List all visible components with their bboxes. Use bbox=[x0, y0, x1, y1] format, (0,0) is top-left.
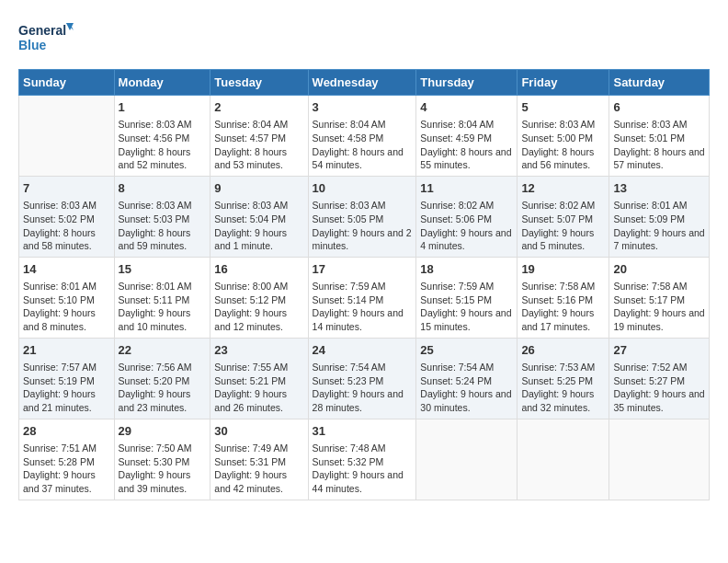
calendar-cell: 24Sunrise: 7:54 AMSunset: 5:23 PMDayligh… bbox=[308, 338, 416, 419]
daylight: Daylight: 9 hours and 26 minutes. bbox=[214, 388, 287, 413]
calendar-cell: 13Sunrise: 8:01 AMSunset: 5:09 PMDayligh… bbox=[609, 176, 710, 257]
sunrise: Sunrise: 7:59 AM bbox=[420, 281, 494, 292]
calendar-cell: 12Sunrise: 8:02 AMSunset: 5:07 PMDayligh… bbox=[518, 176, 609, 257]
daylight: Daylight: 9 hours and 37 minutes. bbox=[23, 469, 96, 494]
sunrise: Sunrise: 8:03 AM bbox=[119, 200, 192, 211]
calendar-cell bbox=[518, 419, 609, 500]
sunset: Sunset: 5:00 PM bbox=[521, 132, 593, 144]
sunset: Sunset: 5:23 PM bbox=[313, 375, 384, 386]
page-header: General Blue bbox=[18, 18, 710, 60]
sunset: Sunset: 5:16 PM bbox=[521, 294, 593, 305]
calendar-header: SundayMondayTuesdayWednesdayThursdayFrid… bbox=[19, 70, 710, 96]
daylight: Daylight: 9 hours and 17 minutes. bbox=[521, 307, 594, 332]
day-number: 31 bbox=[313, 423, 413, 440]
calendar-cell: 17Sunrise: 7:59 AMSunset: 5:14 PMDayligh… bbox=[308, 257, 416, 338]
sunrise: Sunrise: 8:03 AM bbox=[613, 119, 687, 130]
daylight: Daylight: 8 hours and 58 minutes. bbox=[23, 227, 96, 252]
week-row-2: 7Sunrise: 8:03 AMSunset: 5:02 PMDaylight… bbox=[19, 176, 710, 257]
calendar-cell: 7Sunrise: 8:03 AMSunset: 5:02 PMDaylight… bbox=[19, 176, 115, 257]
sunset: Sunset: 5:25 PM bbox=[521, 375, 593, 386]
day-number: 26 bbox=[521, 342, 605, 359]
daylight: Daylight: 9 hours and 10 minutes. bbox=[119, 307, 191, 332]
day-header-monday: Monday bbox=[114, 70, 210, 96]
daylight: Daylight: 9 hours and 23 minutes. bbox=[119, 388, 191, 413]
sunset: Sunset: 5:14 PM bbox=[313, 294, 384, 305]
week-row-3: 14Sunrise: 8:01 AMSunset: 5:10 PMDayligh… bbox=[19, 257, 710, 338]
calendar-cell bbox=[609, 419, 710, 500]
calendar-cell: 10Sunrise: 8:03 AMSunset: 5:05 PMDayligh… bbox=[308, 176, 416, 257]
svg-text:Blue: Blue bbox=[18, 38, 47, 52]
daylight: Daylight: 9 hours and 1 minute. bbox=[214, 227, 287, 252]
sunrise: Sunrise: 8:04 AM bbox=[420, 119, 494, 130]
calendar-cell bbox=[19, 96, 115, 177]
sunrise: Sunrise: 7:57 AM bbox=[23, 362, 97, 373]
sunrise: Sunrise: 7:50 AM bbox=[119, 442, 192, 454]
day-header-thursday: Thursday bbox=[416, 70, 518, 96]
sunset: Sunset: 5:20 PM bbox=[119, 375, 190, 386]
day-number: 6 bbox=[613, 99, 705, 116]
calendar-cell: 28Sunrise: 7:51 AMSunset: 5:28 PMDayligh… bbox=[19, 419, 115, 500]
calendar-cell: 6Sunrise: 8:03 AMSunset: 5:01 PMDaylight… bbox=[609, 96, 710, 177]
sunrise: Sunrise: 8:01 AM bbox=[613, 200, 687, 211]
sunset: Sunset: 5:10 PM bbox=[23, 294, 95, 305]
calendar-cell: 25Sunrise: 7:54 AMSunset: 5:24 PMDayligh… bbox=[416, 338, 518, 419]
day-number: 7 bbox=[23, 180, 110, 197]
calendar-cell: 23Sunrise: 7:55 AMSunset: 5:21 PMDayligh… bbox=[210, 338, 308, 419]
calendar-cell: 18Sunrise: 7:59 AMSunset: 5:15 PMDayligh… bbox=[416, 257, 518, 338]
calendar-cell: 2Sunrise: 8:04 AMSunset: 4:57 PMDaylight… bbox=[210, 96, 308, 177]
daylight: Daylight: 8 hours and 53 minutes. bbox=[214, 146, 287, 171]
day-header-tuesday: Tuesday bbox=[210, 70, 308, 96]
week-row-1: 1Sunrise: 8:03 AMSunset: 4:56 PMDaylight… bbox=[19, 96, 710, 177]
sunset: Sunset: 5:27 PM bbox=[613, 375, 685, 386]
sunrise: Sunrise: 8:03 AM bbox=[23, 200, 97, 211]
day-number: 18 bbox=[420, 261, 513, 278]
calendar-cell: 15Sunrise: 8:01 AMSunset: 5:11 PMDayligh… bbox=[114, 257, 210, 338]
sunset: Sunset: 5:04 PM bbox=[214, 213, 286, 224]
sunrise: Sunrise: 8:03 AM bbox=[119, 119, 192, 130]
calendar-cell: 26Sunrise: 7:53 AMSunset: 5:25 PMDayligh… bbox=[518, 338, 609, 419]
daylight: Daylight: 9 hours and 5 minutes. bbox=[521, 227, 594, 252]
day-number: 19 bbox=[521, 261, 605, 278]
day-number: 15 bbox=[119, 261, 207, 278]
day-number: 1 bbox=[119, 99, 207, 116]
calendar-cell: 27Sunrise: 7:52 AMSunset: 5:27 PMDayligh… bbox=[609, 338, 710, 419]
sunrise: Sunrise: 8:03 AM bbox=[521, 119, 595, 130]
sunrise: Sunrise: 7:53 AM bbox=[521, 362, 595, 373]
day-number: 5 bbox=[521, 99, 605, 116]
sunrise: Sunrise: 8:03 AM bbox=[313, 200, 386, 211]
sunrise: Sunrise: 7:48 AM bbox=[313, 442, 386, 454]
sunrise: Sunrise: 7:58 AM bbox=[613, 281, 687, 292]
daylight: Daylight: 8 hours and 54 minutes. bbox=[313, 146, 404, 171]
sunset: Sunset: 5:30 PM bbox=[119, 456, 190, 467]
day-header-friday: Friday bbox=[518, 70, 609, 96]
day-number: 9 bbox=[214, 180, 303, 197]
sunset: Sunset: 5:12 PM bbox=[214, 294, 286, 305]
sunrise: Sunrise: 7:54 AM bbox=[420, 362, 494, 373]
calendar-cell: 20Sunrise: 7:58 AMSunset: 5:17 PMDayligh… bbox=[609, 257, 710, 338]
calendar-cell: 16Sunrise: 8:00 AMSunset: 5:12 PMDayligh… bbox=[210, 257, 308, 338]
sunset: Sunset: 4:58 PM bbox=[313, 132, 384, 144]
logo: General Blue bbox=[18, 18, 74, 60]
week-row-4: 21Sunrise: 7:57 AMSunset: 5:19 PMDayligh… bbox=[19, 338, 710, 419]
sunset: Sunset: 5:21 PM bbox=[214, 375, 286, 386]
calendar-cell: 1Sunrise: 8:03 AMSunset: 4:56 PMDaylight… bbox=[114, 96, 210, 177]
svg-text:General: General bbox=[18, 23, 66, 38]
daylight: Daylight: 8 hours and 59 minutes. bbox=[119, 227, 191, 252]
day-number: 3 bbox=[313, 99, 413, 116]
daylight: Daylight: 9 hours and 15 minutes. bbox=[420, 307, 511, 332]
daylight: Daylight: 8 hours and 57 minutes. bbox=[613, 146, 704, 171]
day-number: 20 bbox=[613, 261, 705, 278]
calendar-cell bbox=[416, 419, 518, 500]
calendar-cell: 29Sunrise: 7:50 AMSunset: 5:30 PMDayligh… bbox=[114, 419, 210, 500]
sunset: Sunset: 5:15 PM bbox=[420, 294, 492, 305]
sunset: Sunset: 5:11 PM bbox=[119, 294, 190, 305]
day-number: 8 bbox=[119, 180, 207, 197]
sunrise: Sunrise: 8:02 AM bbox=[521, 200, 595, 211]
calendar-cell: 22Sunrise: 7:56 AMSunset: 5:20 PMDayligh… bbox=[114, 338, 210, 419]
calendar-cell: 3Sunrise: 8:04 AMSunset: 4:58 PMDaylight… bbox=[308, 96, 416, 177]
day-header-sunday: Sunday bbox=[19, 70, 115, 96]
day-number: 10 bbox=[313, 180, 413, 197]
day-number: 30 bbox=[214, 423, 303, 440]
day-number: 2 bbox=[214, 99, 303, 116]
day-number: 13 bbox=[613, 180, 705, 197]
